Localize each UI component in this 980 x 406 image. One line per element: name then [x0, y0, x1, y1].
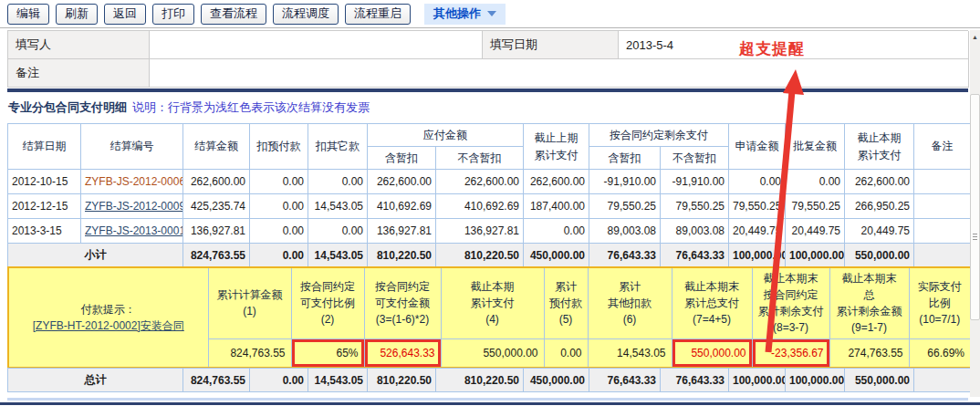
view-flow-button[interactable]: 查看流程: [201, 4, 266, 25]
sub-header-remaining-with: 含暂扣: [589, 147, 661, 170]
amount-cell: 136,927.81: [436, 219, 524, 244]
col-header-current-cumulative: 截止本期 累计支付: [845, 124, 914, 170]
edit-button[interactable]: 编辑: [7, 4, 49, 25]
amount-cell: 76,643.33: [661, 369, 729, 392]
note-cell: [914, 244, 971, 267]
settlement-no-link[interactable]: ZYFB-JS-2012-0006: [85, 175, 183, 188]
amount-cell: 76,643.33: [589, 369, 661, 392]
settlement-no-link[interactable]: ZYFB-JS-2012-0009: [85, 200, 183, 213]
amount-cell: 824,763.55: [183, 369, 250, 392]
section-header: 专业分包合同支付明细 说明：行背景为浅红色表示该次结算没有发票: [8, 95, 370, 120]
payment-tip-cell: 付款提示：[ZYFB-HT-2012-0002]安装合同: [8, 267, 208, 368]
amount-cell: 262,600.00: [368, 170, 436, 194]
summary-value-cell: 0.00: [544, 338, 588, 368]
amount-cell: 262,600.00: [845, 170, 914, 194]
back-button[interactable]: 返回: [104, 4, 146, 25]
summary-value-cell: 65%: [291, 338, 364, 368]
summary-value-cell: 550,000.00: [672, 338, 752, 368]
settlement-no-cell: ZYFB-JS-2012-0009: [81, 194, 183, 219]
amount-cell: 450,000.00: [524, 369, 589, 392]
subtotal-row: 小计824,763.550.0014,543.05810,220.50810,2…: [8, 244, 971, 267]
summary-col-header: 截止本期末 总 累计剩余金额 (9=1-7): [829, 267, 909, 338]
scroll-up-icon[interactable]: ▲: [970, 30, 980, 43]
amount-cell: 136,927.81: [368, 219, 436, 244]
section-note: 说明：行背景为浅红色表示该次结算没有发票: [132, 99, 370, 116]
contract-link[interactable]: [ZYFB-HT-2012-0002]安装合同: [33, 319, 184, 332]
more-operations-label: 其他操作: [433, 5, 481, 22]
more-operations-menu[interactable]: 其他操作: [424, 4, 506, 25]
summary-col-header: 截止本期 累计支付 (4): [441, 267, 544, 338]
summary-value-cell: 550,000.00: [441, 338, 544, 368]
payment-tip-table: 付款提示：[ZYFB-HT-2012-0002]安装合同累计计算金额 (1)按合…: [7, 266, 972, 369]
subtotal-row-label: 小计: [8, 244, 183, 267]
summary-value-cell: -23,356.67: [752, 338, 829, 368]
amount-cell: 187,400.00: [524, 194, 589, 219]
settlement-no-cell: ZYFB-JS-2012-0006: [81, 170, 183, 194]
amount-cell: 76,643.33: [661, 244, 729, 267]
col-header-prev-cumulative: 截止上期 累计支付: [524, 124, 589, 170]
amount-cell: 262,600.00: [524, 170, 589, 194]
print-button[interactable]: 打印: [152, 4, 194, 25]
payment-tip-summary: 付款提示：[ZYFB-HT-2012-0002]安装合同累计计算金额 (1)按合…: [7, 266, 972, 369]
summary-value-cell: 526,643.33: [364, 338, 441, 368]
summary-value-cell: 14,543.05: [588, 338, 672, 368]
amount-cell: 810,220.50: [436, 369, 524, 392]
payment-detail-table: 结算日期 结算编号 结算金额 扣预付款 扣其它款 应付金额 截止上期 累计支付 …: [7, 123, 971, 267]
col-header-settle-date: 结算日期: [8, 124, 81, 170]
settlement-date-cell: 2012-12-15: [8, 194, 81, 219]
amount-cell: 810,220.50: [368, 369, 436, 392]
amount-cell: 550,000.00: [845, 244, 914, 267]
amount-cell: 14,543.05: [308, 244, 368, 267]
summary-col-header: 按合同约定 可支付金额 (3=(1-6)*2): [364, 267, 441, 338]
amount-cell: 79,550.25: [786, 194, 845, 219]
amount-cell: 14,543.05: [308, 194, 368, 219]
grand-total-body: 总计824,763.550.0014,543.05810,220.50810,2…: [8, 369, 971, 392]
amount-cell: 0.00: [524, 219, 589, 244]
payment-tip-label: 付款提示：: [9, 301, 208, 318]
amount-cell: 425,235.74: [183, 194, 250, 219]
fill-date-label: 填写日期: [483, 31, 619, 59]
amount-cell: 0.00: [250, 369, 308, 392]
vertical-scrollbar[interactable]: ▲: [970, 30, 980, 397]
amount-cell: 100,000.00: [729, 244, 786, 267]
amount-cell: 14,543.05: [308, 369, 368, 392]
flow-dispatch-button[interactable]: 流程调度: [273, 4, 339, 25]
amount-cell: 79,550.25: [661, 194, 729, 219]
amount-cell: 89,003.08: [661, 219, 729, 244]
chevron-down-icon: [487, 11, 496, 16]
filler-value-field[interactable]: [150, 31, 483, 59]
amount-cell: 136,927.81: [183, 219, 250, 244]
amount-cell: 0.00: [729, 170, 786, 194]
sub-header-with-withhold: 含暂扣: [368, 147, 436, 170]
amount-cell: 266,950.25: [845, 194, 914, 219]
amount-cell: 410,692.69: [436, 194, 524, 219]
summary-col-header: 按合同约定 可支付比例 (2): [291, 267, 364, 338]
amount-cell: 89,003.08: [589, 219, 661, 244]
col-header-settle-amount: 结算金额: [183, 124, 250, 170]
col-header-deduct-other: 扣其它款: [308, 124, 368, 170]
page-bottom-bar: [0, 402, 980, 405]
summary-col-header: 累计 预付款 (5): [544, 267, 588, 338]
remark-value-field[interactable]: [150, 59, 969, 88]
refresh-button[interactable]: 刷新: [56, 4, 98, 25]
amount-cell: 450,000.00: [524, 244, 589, 267]
amount-cell: 0.00: [786, 170, 845, 194]
note-cell: [914, 194, 971, 219]
note-cell: [914, 219, 971, 244]
amount-cell: 824,763.55: [183, 244, 250, 267]
overspend-alert-text: 超支提醒: [739, 38, 805, 59]
amount-cell: 262,600.00: [436, 170, 524, 194]
flow-restart-button[interactable]: 流程重启: [345, 4, 411, 25]
settlement-date-cell: 2012-10-15: [8, 170, 81, 194]
table-row: 2012-10-15ZYFB-JS-2012-0006262,600.000.0…: [8, 170, 971, 194]
summary-col-header: 截止本期末 按合同约定 累计剩余支付 (8=3-7): [752, 267, 829, 338]
scrollbar-thumb[interactable]: [970, 94, 980, 320]
scrollbar-grip-icon: [973, 234, 977, 242]
col-header-apply-amount: 申请金额: [729, 124, 786, 170]
amount-cell: 79,550.25: [729, 194, 786, 219]
main-table-body: 2012-10-15ZYFB-JS-2012-0006262,600.000.0…: [8, 170, 971, 267]
section-divider: [7, 88, 968, 92]
settlement-no-link[interactable]: ZYFB-JS-2013-0001: [85, 224, 183, 237]
amount-cell: 0.00: [308, 219, 368, 244]
summary-col-header: 截止本期末 累计总支付 (7=4+5): [672, 267, 752, 338]
